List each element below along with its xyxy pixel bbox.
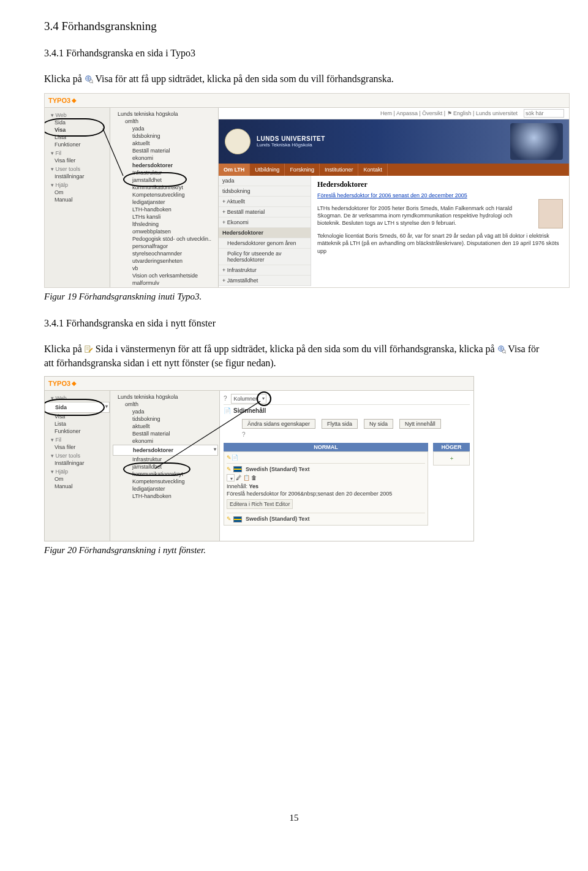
article-link[interactable]: Föreslå hedersdoktor för 2006 senast den… [317,192,563,199]
tree-hedersdoktorer[interactable]: hedersdoktorer [113,162,217,169]
tree-item[interactable]: aktuellt [113,423,218,430]
sub-item[interactable]: + Beställ material [219,207,311,217]
view-globe-icon [85,74,93,87]
article-p1: LTHs hedersdoktorer för 2005 heter Boris… [317,205,563,227]
nav-lista[interactable]: Lista [45,420,110,428]
tree-item[interactable]: Vision och verksamhetside [113,272,217,279]
tree-item[interactable]: kommunikationrekryt [113,470,218,478]
tree-item[interactable]: ledigatjanster [113,198,217,206]
sub-item[interactable]: + Jämställdhet [219,276,311,286]
nav-visa[interactable]: Visa [45,413,110,420]
innehall-value: Yes [249,483,259,489]
tab-forskning[interactable]: Forskning [285,164,320,176]
tree-item[interactable]: ledigatjanster [113,485,218,492]
tree-item[interactable]: Infrastruktur [113,169,217,176]
nav-manual[interactable]: Manual [45,483,110,490]
nav-visa-filer[interactable]: Visa filer [45,443,110,451]
ss2-tree: Lunds tekniska högskola omlth yada tidsb… [110,391,220,541]
tree-item[interactable]: utvarderingsenheten [113,257,217,265]
nav-om[interactable]: Om [45,189,110,196]
nav-visa[interactable]: Visa [45,126,110,134]
nav-sida[interactable]: Sida [45,402,110,413]
tree-item[interactable]: Infrastruktur [113,456,218,463]
sub-item[interactable]: tidsbokning [219,186,311,197]
nav-installningar[interactable]: Inställningar [45,459,110,467]
panel-normal: NORMAL ✎📄 ✎ Swedish (Standard) Text 🖉 📋 … [224,443,428,526]
nav-group-help: ▾ Hjälp [45,180,110,189]
sub-item[interactable]: Policy för utseende av hedersdoktorer [219,249,311,265]
paragraph-1: Klicka på Visa för att få upp sidträdet,… [44,72,544,87]
nav-group-web: ▾ Web [45,110,110,119]
dropdown-kolumner[interactable]: Kolumner [231,394,267,404]
nav-manual[interactable]: Manual [45,196,110,203]
tree-item[interactable]: tidsbokning [113,415,218,423]
nav-visa-filer[interactable]: Visa filer [45,157,110,164]
tree-item[interactable]: malformulv [113,279,217,287]
nav-sida[interactable]: Sida [45,119,110,126]
tree-item[interactable]: Pedogogisk stöd- och utvecklin.. [113,235,217,243]
preview-links[interactable]: Hem | Anpassa | Översikt | ⚑ English | L… [380,110,518,116]
tab-kontakt[interactable]: Kontakt [358,164,388,176]
tree-item[interactable]: ekonomi [113,437,218,445]
hero-graphic [510,123,563,160]
tree-item[interactable]: omlth [113,401,218,408]
tree-item[interactable]: styrelseochnamnder [113,250,217,257]
sub-item[interactable]: Hedersdoktorer genom åren [219,238,311,249]
nav-group-user: ▾ User tools [45,451,110,459]
btn-andra-egenskaper[interactable]: Ändra sidans egenskaper [242,419,315,429]
tab-utbildning[interactable]: Utbildning [250,164,285,176]
tree-item[interactable]: yada [113,125,217,132]
swedish-flag-icon [233,516,242,522]
nav-installningar[interactable]: Inställningar [45,173,110,180]
tree-item[interactable]: aktuellt [113,140,217,147]
nav-funktioner[interactable]: Funktioner [45,428,110,435]
rec-title-line: Föreslå hedersdoktor för 2006&nbsp;senas… [227,491,425,497]
tree-item[interactable]: lthsledning [113,221,217,228]
btn-nytt-innehall[interactable]: Nytt innehåll [399,419,441,429]
tree-item[interactable]: vb [113,265,217,272]
tree-root[interactable]: Lunds tekniska högskola [113,110,217,118]
ss2-main: ? Kolumner 📄 Sidinnehåll Ändra sidans eg… [220,391,473,541]
nav-group-user: ▾ User tools [45,164,110,173]
tree-item[interactable]: Kompetensutveckling [113,191,217,198]
btn-flytta-sida[interactable]: Flytta sida [322,419,358,429]
typo3-logo: TYPO3 [48,380,70,387]
nav-lista[interactable]: Lista [45,134,110,141]
tree-item[interactable]: LTH-handboken [113,492,218,500]
tree-item[interactable]: jamstalldhet [113,463,218,470]
tree-item[interactable]: kommunikationrekryt [113,184,217,191]
tree-item[interactable]: yada [113,408,218,415]
preview-toolbar: Hem | Anpassa | Översikt | ⚑ English | L… [219,108,569,119]
tree-item[interactable]: Beställ material [113,147,217,154]
rec-icons[interactable]: 🖉 📋 🗑 [236,475,257,481]
btn-ny-sida[interactable]: Ny sida [364,419,393,429]
tree-item[interactable]: LTHs kansli [113,213,217,221]
tab-institutioner[interactable]: Institutioner [320,164,359,176]
sel-icon[interactable] [227,474,235,481]
sub-item[interactable]: + Aktuellt [219,197,311,207]
sub-hedersdoktorer[interactable]: Hedersdoktorer [219,228,311,238]
sub-item[interactable]: + Ekonomi [219,217,311,228]
tree-item[interactable]: Kompetensutveckling [113,478,218,485]
tree-item[interactable]: LTH-handboken [113,206,217,213]
tree-item[interactable]: omlth [113,118,217,125]
tab-om-lth[interactable]: Om LTH [219,164,250,176]
sub-item[interactable]: yada [219,176,311,186]
nav-om[interactable]: Om [45,475,110,483]
tree-hedersdoktorer[interactable]: hedersdoktorer [113,445,218,456]
rec-lang2: Swedish (Standard) Text [246,516,309,522]
btn-editera-rte[interactable]: Editera i Rich Text Editor [227,499,293,509]
search-input[interactable] [524,109,564,118]
sub-item[interactable]: + Infrastruktur [219,265,311,276]
nav-group-fil: ▾ Fil [45,148,110,157]
tree-item[interactable]: ekonomi [113,154,217,162]
nav-funktioner[interactable]: Funktioner [45,141,110,148]
tree-item[interactable]: omwebbplatsen [113,228,217,235]
tree-item[interactable]: personalfragor [113,243,217,250]
uni-name: LUNDS UNIVERSITET [257,135,325,142]
tree-item[interactable]: Beställ material [113,430,218,437]
tree-root[interactable]: Lunds tekniska högskola [113,393,218,401]
panel-normal-header: NORMAL [224,443,428,451]
tree-item[interactable]: jamstalldhet [113,176,217,184]
tree-item[interactable]: tidsbokning [113,132,217,140]
